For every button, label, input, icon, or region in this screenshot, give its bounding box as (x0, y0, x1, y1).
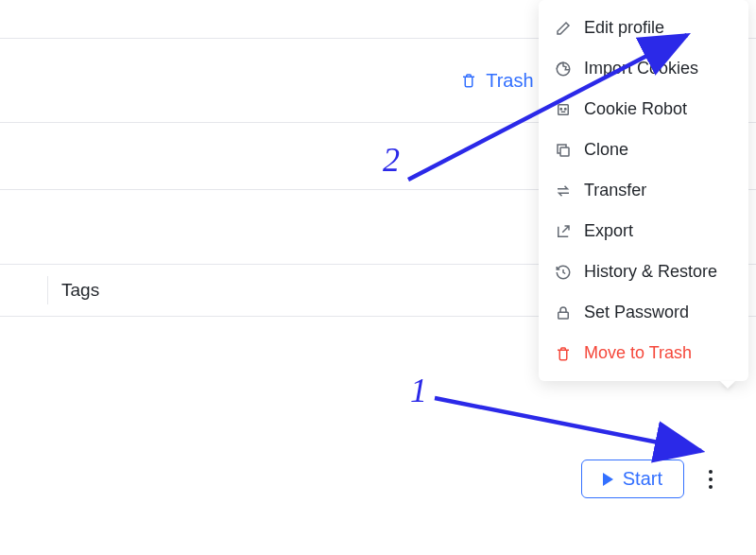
svg-rect-1 (558, 104, 569, 114)
column-divider (47, 276, 48, 304)
menu-item-label: Set Password (584, 303, 689, 322)
menu-item-export[interactable]: Export (539, 211, 748, 251)
menu-item-label: Move to Trash (584, 343, 692, 363)
menu-item-label: Import Cookies (584, 59, 698, 78)
annotation-step-2: 2 (383, 140, 400, 180)
menu-item-import-cookies[interactable]: Import Cookies (539, 48, 748, 89)
svg-point-3 (565, 108, 567, 110)
more-menu-button[interactable] (697, 461, 724, 497)
trash-icon (459, 71, 478, 90)
menu-item-label: History & Restore (584, 262, 717, 282)
column-tags: Tags (61, 280, 99, 301)
dropdown-caret (720, 381, 735, 389)
clone-icon (554, 141, 573, 160)
menu-item-edit-profile[interactable]: Edit profile (539, 8, 748, 48)
start-button[interactable]: Start (581, 460, 684, 498)
trash-label: Trash (486, 70, 533, 92)
trash-link[interactable]: Trash (459, 70, 533, 92)
play-icon (603, 473, 613, 486)
transfer-icon (554, 182, 573, 200)
menu-item-set-password[interactable]: Set Password (539, 292, 748, 333)
menu-item-label: Transfer (584, 181, 646, 200)
menu-item-history-restore[interactable]: History & Restore (539, 251, 748, 292)
cookie-robot-icon (554, 100, 573, 119)
svg-rect-5 (558, 312, 569, 319)
menu-item-label: Clone (584, 140, 628, 160)
start-label: Start (623, 468, 662, 490)
svg-rect-4 (560, 147, 569, 156)
context-menu: Edit profileImport CookiesCookie RobotCl… (539, 0, 748, 381)
menu-item-label: Edit profile (584, 18, 664, 38)
menu-item-clone[interactable]: Clone (539, 130, 748, 170)
menu-item-cookie-robot[interactable]: Cookie Robot (539, 89, 748, 130)
import-cookies-icon (554, 60, 573, 78)
menu-item-transfer[interactable]: Transfer (539, 170, 748, 211)
menu-item-move-to-trash[interactable]: Move to Trash (539, 333, 748, 373)
menu-item-label: Export (584, 221, 633, 241)
svg-point-2 (560, 108, 562, 110)
row-actions: Start (581, 460, 724, 498)
edit-profile-icon (554, 19, 573, 38)
move-to-trash-icon (554, 344, 573, 363)
set-password-icon (554, 304, 573, 322)
annotation-step-1: 1 (410, 371, 427, 410)
svg-line-6 (435, 398, 701, 451)
menu-item-label: Cookie Robot (584, 99, 687, 119)
history-restore-icon (554, 263, 573, 282)
export-icon (554, 222, 573, 241)
